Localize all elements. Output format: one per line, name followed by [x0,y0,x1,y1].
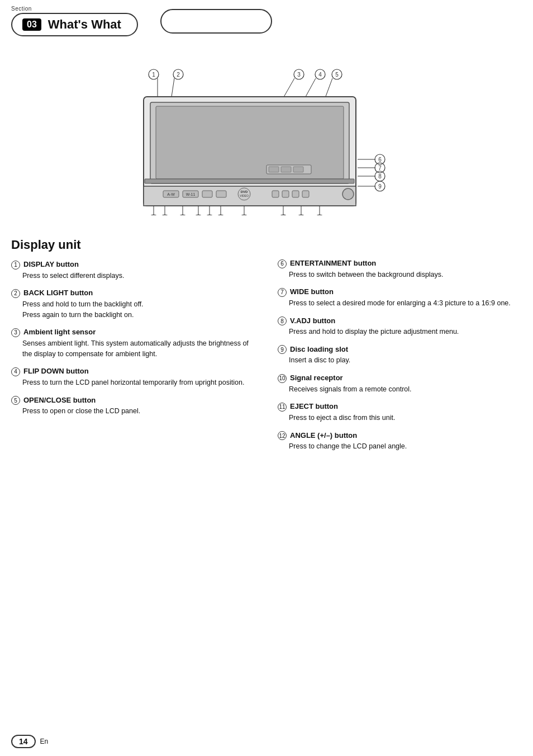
item-desc: Press to select a desired mode for enlar… [289,298,522,309]
svg-text:6: 6 [378,157,382,163]
svg-text:VIDEO: VIDEO [240,194,249,197]
section-label: Section [11,6,32,12]
item-title: Signal receptor [290,374,343,382]
item-number: 10 [278,374,287,383]
footer-language: En [40,738,49,745]
item-desc: Press and hold to turn the backlight off… [22,299,255,320]
left-column: Display unit 1 DISPLAY button Press to s… [11,238,266,460]
item-label: 2 BACK LIGHT button [11,289,255,298]
page-footer: 14 En [11,735,48,748]
svg-text:1: 1 [152,72,155,78]
svg-rect-17 [156,106,344,179]
item-title: WIDE button [290,287,334,296]
item-desc: Press to switch between the background d… [289,270,522,280]
item-label: 7 WIDE button [278,287,522,297]
list-item: 2 BACK LIGHT button Press and hold to tu… [11,289,255,320]
item-desc: Senses ambient light. This system automa… [22,338,255,360]
device-diagram: 1 2 3 4 5 A-W W-11 [71,48,462,215]
item-title: V.ADJ button [290,316,335,325]
list-item: 1 DISPLAY button Press to select differe… [11,260,255,281]
svg-rect-31 [302,191,309,197]
svg-line-3 [172,78,174,97]
item-desc: Insert a disc to play. [289,355,522,366]
svg-rect-35 [269,167,279,172]
list-item: 7 WIDE button Press to select a desired … [278,287,522,308]
item-title: ENTERTAINMENT button [290,259,376,267]
item-number: 1 [11,261,20,270]
diagram-area: 1 2 3 4 5 A-W W-11 [11,48,522,226]
page-header: Section 03 What's What [0,0,533,36]
svg-rect-33 [145,179,354,183]
header-right-pill [160,9,272,34]
svg-text:5: 5 [335,72,339,78]
svg-rect-37 [293,167,303,172]
item-number: 7 [278,288,287,297]
list-item: 11 EJECT button Press to eject a disc fr… [278,402,522,423]
title-pill: 03 What's What [11,13,138,36]
item-desc: Press to open or close the LCD panel. [22,406,255,417]
svg-text:3: 3 [297,72,301,78]
display-unit-title: Display unit [11,238,255,252]
list-item: 3 Ambient light sensor Senses ambient li… [11,328,255,359]
item-label: 10 Signal receptor [278,374,522,383]
list-item: 10 Signal receptor Receives signals from… [278,374,522,394]
item-desc: Receives signals from a remote control. [289,384,522,395]
page-title: What's What [48,17,121,32]
item-number: 11 [278,403,287,412]
item-label: 12 ANGLE (+/–) button [278,431,522,441]
item-number: 12 [278,431,287,440]
item-title: EJECT button [290,402,338,410]
item-label: 1 DISPLAY button [11,260,255,270]
item-desc: Press to turn the LCD panel horizontal t… [22,377,255,388]
list-item: 4 FLIP DOWN button Press to turn the LCD… [11,367,255,388]
right-column: 6 ENTERTAINMENT button Press to switch b… [266,238,522,460]
svg-text:W-11: W-11 [186,192,196,196]
svg-rect-30 [292,191,299,197]
svg-text:DVD: DVD [241,190,248,193]
item-desc: Press and hold to display the picture ad… [289,327,522,337]
list-item: 8 V.ADJ button Press and hold to display… [278,316,522,337]
item-desc: Press to change the LCD panel angle. [289,441,522,452]
section-box: Section 03 What's What [11,6,138,36]
item-title: BACK LIGHT button [23,289,93,297]
item-number: 6 [278,259,287,268]
svg-text:2: 2 [177,72,180,78]
item-label: 11 EJECT button [278,402,522,412]
item-title: FLIP DOWN button [23,367,89,375]
item-number: 8 [278,316,287,325]
content-area: Display unit 1 DISPLAY button Press to s… [0,232,533,471]
list-item: 6 ENTERTAINMENT button Press to switch b… [278,259,522,280]
item-number: 5 [11,396,20,405]
section-number: 03 [22,18,41,31]
svg-point-32 [342,188,354,200]
svg-rect-28 [272,191,279,197]
item-number: 3 [11,328,20,337]
svg-text:4: 4 [318,72,322,78]
item-number: 2 [11,289,20,298]
svg-rect-29 [282,191,289,197]
svg-rect-36 [281,167,291,172]
item-label: 9 Disc loading slot [278,345,522,355]
list-item: 9 Disc loading slot Insert a disc to pla… [278,345,522,366]
item-label: 3 Ambient light sensor [11,328,255,337]
page-number: 14 [11,735,36,748]
svg-text:7: 7 [378,165,382,171]
list-item: 5 OPEN/CLOSE button Press to open or clo… [11,396,255,417]
item-label: 5 OPEN/CLOSE button [11,396,255,405]
svg-line-12 [325,78,332,98]
item-desc: Press to select different displays. [22,271,255,281]
item-number: 9 [278,345,287,354]
svg-text:9: 9 [378,183,382,190]
item-title: OPEN/CLOSE button [23,396,96,404]
item-title: Ambient light sensor [23,328,96,336]
list-item: 12 ANGLE (+/–) button Press to change th… [278,431,522,452]
item-label: 8 V.ADJ button [278,316,522,326]
svg-text:8: 8 [378,173,382,179]
item-title: DISPLAY button [23,260,79,268]
svg-line-6 [283,78,294,98]
item-desc: Press to eject a disc from this unit. [289,413,522,423]
svg-rect-23 [202,191,212,197]
item-label: 4 FLIP DOWN button [11,367,255,376]
svg-rect-24 [216,191,226,197]
svg-text:A-W: A-W [167,192,175,196]
